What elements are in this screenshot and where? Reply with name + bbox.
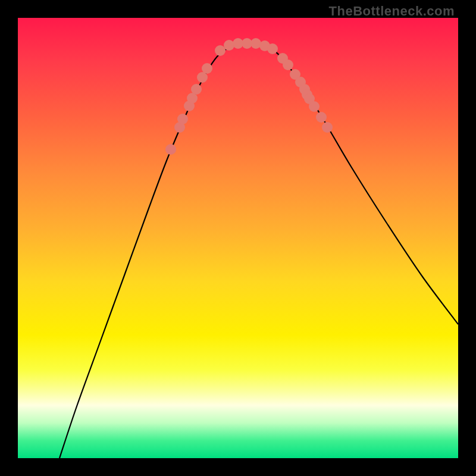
bottleneck-curve [60, 44, 458, 458]
data-marker [283, 60, 293, 70]
data-marker [322, 122, 333, 133]
markers-group [165, 38, 333, 155]
data-marker [191, 84, 202, 95]
chart-svg [18, 18, 458, 458]
data-marker [267, 43, 278, 54]
data-marker [224, 40, 234, 51]
plot-area [18, 18, 458, 458]
data-marker [309, 101, 320, 112]
data-marker [177, 114, 188, 124]
data-marker [316, 112, 327, 123]
data-marker [202, 63, 212, 74]
data-marker [165, 144, 176, 155]
watermark-text: TheBottleneck.com [329, 4, 455, 19]
data-marker [215, 45, 226, 56]
chart-frame: TheBottleneck.com [0, 0, 476, 476]
